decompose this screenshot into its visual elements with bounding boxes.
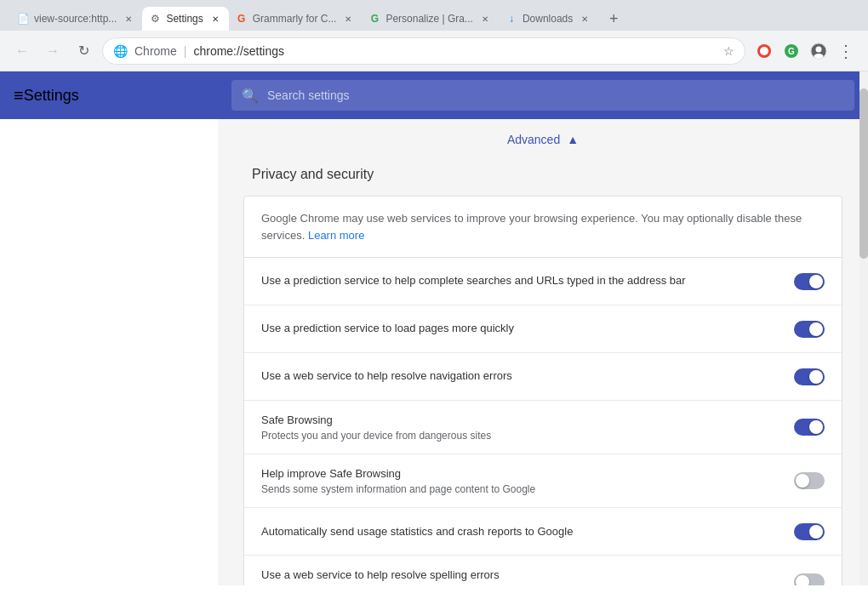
toggle-thumb-help-safe-browsing	[796, 474, 809, 488]
tab-downloads[interactable]: ↓ Downloads ✕	[499, 7, 598, 31]
setting-row-prediction-pages: Use a prediction service to load pages m…	[244, 305, 842, 353]
setting-text-help-safe-browsing: Help improve Safe Browsing Sends some sy…	[261, 466, 780, 495]
setting-text-prediction-search: Use a prediction service to help complet…	[261, 273, 780, 288]
sidebar-title: Settings	[24, 87, 79, 105]
toggle-spelling-errors[interactable]	[794, 573, 825, 585]
tab-label-personalize: Personalize | Gra...	[385, 13, 473, 25]
setting-text-safe-browsing: Safe Browsing Protects you and your devi…	[261, 413, 780, 442]
setting-label-nav-errors: Use a web service to help resolve naviga…	[261, 368, 780, 384]
tab-label-settings: Settings	[166, 13, 203, 25]
scrollbar-thumb[interactable]	[859, 88, 868, 259]
setting-text-spelling-errors: Use a web service to help resolve spelli…	[261, 568, 780, 585]
sidebar: ≡ Settings	[0, 71, 218, 585]
profile-icon[interactable]	[807, 39, 831, 63]
toggle-thumb-usage-stats	[809, 525, 823, 539]
toggle-thumb-prediction-search	[809, 275, 823, 288]
tab-label-grammarly: Grammarly for C...	[253, 13, 337, 25]
toolbar-icons: G ⋮	[752, 39, 858, 63]
toggle-nav-errors[interactable]	[794, 368, 825, 385]
tab-close-settings[interactable]: ✕	[208, 12, 222, 26]
svg-point-6	[814, 54, 824, 59]
main-content: 🔍 Advanced ▲ Privacy and security Google…	[218, 71, 868, 585]
toggle-thumb-spelling-errors	[796, 575, 809, 585]
setting-label-usage-stats: Automatically send usage statistics and …	[261, 524, 780, 539]
setting-text-usage-stats: Automatically send usage statistics and …	[261, 524, 780, 539]
setting-text-nav-errors: Use a web service to help resolve naviga…	[261, 368, 780, 384]
tab-close-downloads[interactable]: ✕	[578, 12, 591, 26]
extension2-icon[interactable]: G	[779, 39, 803, 63]
toggle-prediction-pages[interactable]	[794, 321, 825, 338]
title-bar: — □ ✕ 📄 view-source:http... ✕ ⚙ Settings…	[0, 0, 868, 31]
menu-icon[interactable]: ⋮	[834, 39, 858, 63]
tab-favicon-viewsource: 📄	[17, 13, 29, 25]
url-separator: |	[184, 44, 187, 58]
setting-sublabel-help-safe-browsing: Sends some system information and page c…	[261, 483, 780, 495]
search-icon: 🔍	[242, 88, 259, 104]
setting-row-usage-stats: Automatically send usage statistics and …	[244, 508, 842, 556]
learn-more-link[interactable]: Learn more	[308, 229, 364, 242]
tab-favicon-downloads: ↓	[505, 13, 517, 25]
search-input[interactable]	[267, 88, 844, 102]
setting-row-help-safe-browsing: Help improve Safe Browsing Sends some sy…	[244, 454, 842, 508]
tab-label-viewsource: view-source:http...	[34, 13, 117, 25]
tab-close-personalize[interactable]: ✕	[478, 12, 492, 26]
tab-favicon-grammarly: G	[236, 13, 248, 25]
toggle-thumb-prediction-pages	[809, 322, 823, 336]
setting-sublabel-safe-browsing: Protects you and your device from danger…	[261, 430, 780, 442]
advanced-label: Advanced	[507, 133, 560, 146]
tab-close-viewsource[interactable]: ✕	[122, 12, 135, 26]
sidebar-header: ≡ Settings	[0, 71, 218, 119]
tab-grammarly[interactable]: G Grammarly for C... ✕	[229, 7, 363, 31]
setting-row-spelling-errors: Use a web service to help resolve spelli…	[244, 556, 842, 585]
setting-label-safe-browsing: Safe Browsing	[261, 413, 780, 428]
privacy-section-title: Privacy and security	[218, 160, 868, 196]
tab-bar: 📄 view-source:http... ✕ ⚙ Settings ✕ G G…	[7, 0, 861, 31]
toggle-usage-stats[interactable]	[794, 523, 825, 540]
setting-label-help-safe-browsing: Help improve Safe Browsing	[261, 466, 780, 482]
privacy-settings-card: Google Chrome may use web services to im…	[243, 196, 842, 585]
search-header: 🔍	[218, 71, 868, 119]
info-block: Google Chrome may use web services to im…	[244, 197, 842, 258]
back-button[interactable]: ←	[10, 39, 34, 63]
svg-point-5	[816, 46, 822, 52]
address-input[interactable]: 🌐 Chrome | chrome://settings ☆	[102, 37, 745, 65]
tab-settings[interactable]: ⚙ Settings ✕	[142, 7, 228, 31]
toggle-thumb-nav-errors	[809, 370, 823, 384]
setting-row-prediction-search: Use a prediction service to help complet…	[244, 258, 842, 305]
setting-row-safe-browsing: Safe Browsing Protects you and your devi…	[244, 401, 842, 454]
toggle-safe-browsing[interactable]	[794, 419, 825, 436]
setting-text-prediction-pages: Use a prediction service to load pages m…	[261, 321, 780, 336]
tab-viewsource[interactable]: 📄 view-source:http... ✕	[10, 7, 142, 31]
reload-button[interactable]: ↻	[71, 39, 95, 63]
toggle-prediction-search[interactable]	[794, 273, 825, 290]
setting-label-prediction-search: Use a prediction service to help complet…	[261, 273, 780, 288]
tab-favicon-personalize: G	[368, 13, 380, 25]
tab-favicon-settings: ⚙	[149, 13, 161, 25]
url-text: chrome://settings	[193, 44, 717, 58]
setting-label-spelling-errors: Use a web service to help resolve spelli…	[261, 568, 780, 583]
advanced-icon: ▲	[567, 133, 579, 146]
settings-wrapper: ≡ Settings 🔍 Advanced ▲ Privacy and secu…	[0, 71, 868, 585]
address-bar: ← → ↻ 🌐 Chrome | chrome://settings ☆ G	[0, 31, 868, 71]
scrollbar-track	[859, 71, 868, 585]
tab-label-downloads: Downloads	[523, 13, 573, 25]
toggle-help-safe-browsing[interactable]	[794, 472, 825, 489]
content-area: Advanced ▲ Privacy and security Google C…	[218, 119, 868, 585]
search-bar[interactable]: 🔍	[231, 80, 854, 111]
svg-text:G: G	[788, 47, 795, 56]
new-tab-button[interactable]: +	[602, 7, 625, 31]
setting-label-prediction-pages: Use a prediction service to load pages m…	[261, 321, 780, 336]
setting-row-nav-errors: Use a web service to help resolve naviga…	[244, 353, 842, 401]
extension1-icon[interactable]	[752, 39, 776, 63]
svg-point-1	[760, 47, 768, 55]
toggle-thumb-safe-browsing	[809, 420, 823, 434]
forward-button[interactable]: →	[41, 39, 65, 63]
tab-close-grammarly[interactable]: ✕	[341, 12, 355, 26]
sidebar-menu-icon[interactable]: ≡	[14, 86, 24, 106]
tab-personalize[interactable]: G Personalize | Gra... ✕	[362, 7, 499, 31]
advanced-toggle[interactable]: Advanced ▲	[218, 119, 868, 160]
site-info-icon: 🌐	[113, 44, 128, 58]
star-icon[interactable]: ☆	[723, 44, 734, 58]
browser-label: Chrome	[134, 44, 177, 58]
